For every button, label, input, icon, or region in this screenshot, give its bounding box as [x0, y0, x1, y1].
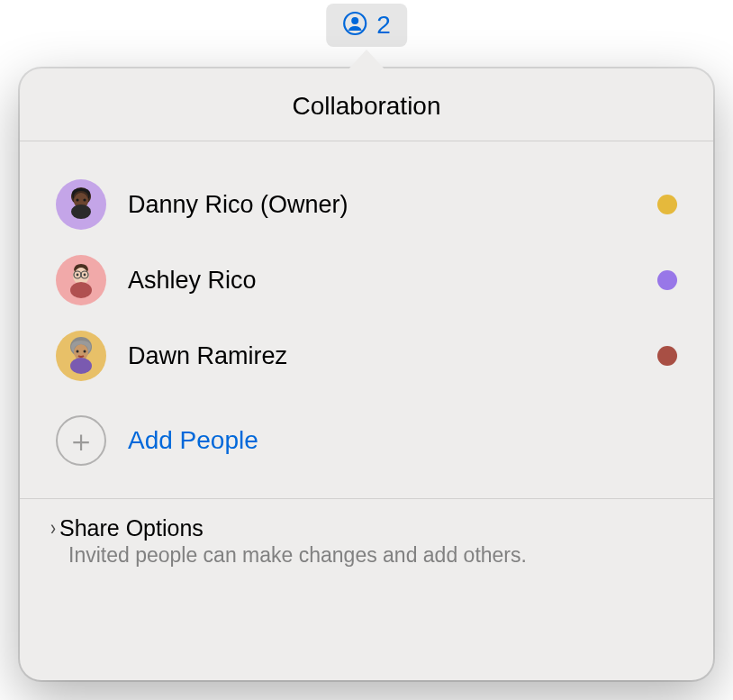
- status-dot: [657, 195, 677, 214]
- svg-point-17: [84, 350, 86, 353]
- participants-list: Danny Rico (Owner) Ashley Rico: [20, 141, 713, 498]
- svg-point-16: [77, 350, 79, 353]
- avatar: [56, 331, 106, 381]
- collaboration-count: 2: [376, 11, 391, 40]
- popover-title: Collaboration: [20, 92, 713, 121]
- svg-point-13: [70, 282, 92, 298]
- popover-caret: [347, 50, 386, 71]
- share-options-row[interactable]: › Share Options Invited people can make …: [20, 498, 713, 589]
- popover-header: Collaboration: [20, 68, 713, 141]
- status-dot: [657, 346, 677, 366]
- participant-name: Dawn Ramirez: [128, 342, 636, 370]
- avatar: [56, 179, 106, 230]
- participant-row[interactable]: Ashley Rico: [56, 242, 677, 318]
- svg-point-18: [70, 358, 92, 374]
- collaboration-toolbar-button[interactable]: 2: [326, 4, 407, 47]
- participant-row[interactable]: Dawn Ramirez: [56, 318, 677, 394]
- share-options-subtitle: Invited people can make changes and add …: [68, 543, 677, 568]
- share-options-title: Share Options: [59, 515, 204, 541]
- collaboration-icon: [342, 11, 367, 40]
- add-people-label: Add People: [128, 426, 258, 455]
- svg-point-8: [77, 274, 79, 277]
- status-dot: [657, 270, 677, 290]
- svg-point-9: [84, 274, 86, 277]
- share-options-header: › Share Options: [50, 515, 677, 541]
- participant-row[interactable]: Danny Rico (Owner): [56, 167, 677, 242]
- svg-point-4: [76, 198, 78, 201]
- participant-name: Danny Rico (Owner): [128, 191, 636, 219]
- svg-point-6: [71, 205, 91, 219]
- svg-point-5: [83, 198, 86, 201]
- collaboration-popover: Collaboration Danny Rico (Owner): [20, 68, 713, 680]
- avatar: [56, 255, 106, 305]
- chevron-right-icon: ›: [50, 516, 56, 541]
- plus-icon: ＋: [56, 415, 106, 466]
- add-people-button[interactable]: ＋ Add People: [56, 394, 677, 491]
- participant-name: Ashley Rico: [128, 267, 636, 295]
- svg-point-1: [351, 17, 358, 24]
